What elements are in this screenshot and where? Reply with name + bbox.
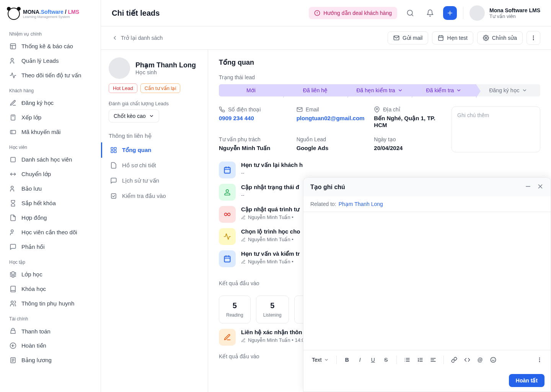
- emoji-icon[interactable]: [487, 354, 499, 366]
- svg-rect-19: [114, 147, 116, 149]
- close-icon[interactable]: [537, 183, 544, 191]
- user-menu[interactable]: Mona Software LMSTư vấn viên: [469, 5, 540, 21]
- nav-section: Nhiệm vụ chính: [5, 26, 96, 39]
- step[interactable]: Đã hẹn kiểm tra: [347, 84, 412, 96]
- timeline-item[interactable]: Hẹn tư vấn lại khách h--: [219, 162, 540, 178]
- bill-icon: [9, 356, 17, 364]
- svg-rect-3: [10, 131, 16, 134]
- guide-button[interactable]: Hướng dẫn deal khách hàng: [309, 7, 397, 19]
- svg-rect-21: [114, 151, 116, 153]
- nav-leads[interactable]: Quản lý Leads: [5, 54, 96, 68]
- tab-history[interactable]: Lịch sử tư vấn: [101, 173, 200, 188]
- step[interactable]: Mới: [219, 84, 283, 96]
- nav-classify[interactable]: Xếp lớp: [5, 110, 96, 125]
- back-link[interactable]: Trở lại danh sách: [112, 35, 163, 41]
- nav-contract[interactable]: Hợp đồng: [5, 211, 96, 225]
- nav-register[interactable]: Đăng ký học: [5, 96, 96, 110]
- nav-transfer[interactable]: Chuyển lớp: [5, 167, 96, 181]
- svg-rect-13: [439, 36, 443, 41]
- sidebar: MONA.Software / LMS Learning Management …: [0, 0, 101, 392]
- result-card: 5Listening: [256, 296, 289, 323]
- nav-payment[interactable]: Thanh toán: [5, 324, 96, 338]
- calendar-icon: [219, 162, 236, 178]
- clipboard-icon: [9, 114, 17, 121]
- logo: MONA.Software / LMS Learning Management …: [5, 6, 96, 26]
- svg-point-34: [491, 357, 496, 362]
- quality-dropdown[interactable]: Chốt kèo cao: [109, 109, 159, 122]
- step[interactable]: Đã kiểm tra: [412, 84, 476, 96]
- text-style[interactable]: Text: [309, 355, 332, 364]
- search-button[interactable]: [403, 6, 417, 20]
- number-list-icon[interactable]: [414, 354, 426, 366]
- cash-icon: [9, 327, 17, 335]
- nav-stats[interactable]: Thống kê & báo cáo: [5, 39, 96, 54]
- minimize-icon[interactable]: [525, 183, 531, 191]
- nav-refund[interactable]: Hoàn tiền: [5, 338, 96, 353]
- svg-point-37: [539, 361, 540, 362]
- svg-point-24: [376, 108, 378, 110]
- pulse-icon: [219, 228, 236, 245]
- bold-icon[interactable]: B: [341, 354, 353, 366]
- nav-course[interactable]: Khóa học: [5, 282, 96, 296]
- svg-point-1: [11, 58, 13, 60]
- svg-rect-2: [11, 115, 15, 120]
- nav-section: Khách hàng: [5, 83, 96, 96]
- nav-expiring[interactable]: Sắp hết khóa: [5, 196, 96, 211]
- underline-icon[interactable]: U: [367, 354, 379, 366]
- status-steps: Mới Đã liên hệ Đã hẹn kiểm tra Đã kiểm t…: [219, 84, 540, 96]
- note-editor[interactable]: [303, 212, 551, 350]
- more-icon[interactable]: [534, 354, 545, 366]
- tab-profile[interactable]: Hồ sơ chi tiết: [101, 158, 200, 173]
- bell-button[interactable]: [423, 6, 437, 20]
- calendar-icon: [219, 250, 236, 267]
- add-button[interactable]: [443, 6, 457, 20]
- nav-promo[interactable]: Mã khuyến mãi: [5, 125, 96, 139]
- subbar: Trở lại danh sách Gửi mail Hẹn test Chỉn…: [101, 26, 551, 50]
- users-icon: [9, 300, 17, 307]
- nav-students[interactable]: Danh sách học viên: [5, 152, 96, 167]
- nav-parents[interactable]: Thông tin phụ huynh: [5, 296, 96, 311]
- detail-body: Tổng quan Trạng thái lead Mới Đã liên hệ…: [208, 50, 551, 392]
- tab-entry[interactable]: Kiểm tra đầu vào: [101, 188, 200, 204]
- eye-icon: [9, 229, 17, 236]
- done-button[interactable]: Hoàn tất: [509, 374, 544, 387]
- file-icon: [9, 214, 17, 222]
- nav-class[interactable]: Lớp học: [5, 267, 96, 282]
- result-card: 5Reading: [219, 296, 251, 323]
- svg-point-35: [539, 358, 540, 358]
- nav-reserve[interactable]: Bảo lưu: [5, 181, 96, 196]
- svg-point-15: [533, 36, 533, 36]
- at-icon[interactable]: @: [474, 354, 486, 366]
- strike-icon[interactable]: S: [380, 354, 392, 366]
- align-icon[interactable]: [427, 354, 439, 366]
- logo-icon: [8, 8, 20, 20]
- more-button[interactable]: [527, 31, 540, 45]
- lead-avatar: [109, 57, 130, 79]
- svg-point-28: [226, 189, 229, 192]
- svg-point-5: [11, 186, 13, 188]
- step[interactable]: Đăng ký học: [476, 84, 540, 96]
- chat-icon: [9, 243, 17, 251]
- nav-feedback[interactable]: Phản hồi: [5, 240, 96, 254]
- bullet-list-icon[interactable]: [401, 354, 413, 366]
- svg-rect-18: [111, 147, 113, 149]
- svg-rect-22: [111, 194, 116, 198]
- tag-retry: Cần tư vấn lại: [140, 83, 181, 93]
- nav-watch[interactable]: Học viên cần theo dõi: [5, 225, 96, 240]
- svg-point-30: [228, 213, 230, 216]
- step[interactable]: Đã liên hệ: [283, 84, 347, 96]
- link-icon[interactable]: [448, 354, 460, 366]
- layers-icon: [9, 271, 17, 278]
- test-button[interactable]: Hẹn test: [432, 31, 473, 44]
- ticket-icon: [9, 128, 17, 136]
- tab-overview[interactable]: Tổng quan: [101, 142, 200, 158]
- code-icon[interactable]: [461, 354, 473, 366]
- voice-icon: [219, 206, 236, 223]
- note-box[interactable]: Ghi chú thêm: [452, 106, 540, 152]
- nav-salary[interactable]: Bảng lương: [5, 353, 96, 368]
- nav-progress[interactable]: Theo dõi tiến độ tư vấn: [5, 68, 96, 83]
- edit-button[interactable]: Chỉnh sửa: [477, 31, 523, 44]
- italic-icon[interactable]: I: [354, 354, 366, 366]
- mail-button[interactable]: Gửi mail: [388, 31, 429, 44]
- svg-point-17: [533, 39, 533, 40]
